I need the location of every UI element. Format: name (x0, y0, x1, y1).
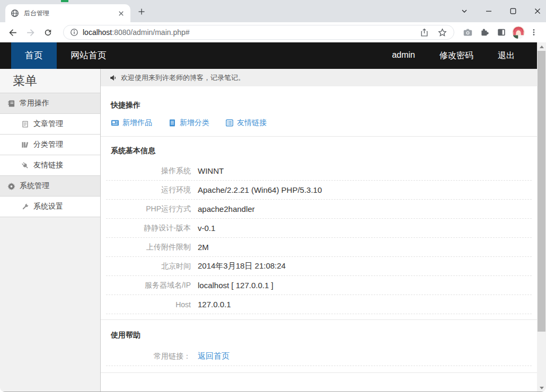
section-divider (101, 372, 537, 373)
sidebar-menu: 菜单 常用操作 文章管理 分类管理 (0, 69, 101, 392)
help-table: 常用链接： 返回首页 (101, 347, 537, 366)
scrollbar-up-arrow-icon[interactable] (537, 42, 546, 51)
main-content: 欢迎使用来到许老师的博客，记录笔记。 快捷操作 新增作品 新增分类 (101, 69, 537, 392)
info-label: 操作系统 (106, 166, 191, 176)
sidebar-item-article-management[interactable]: 文章管理 (0, 114, 100, 135)
sidebar-item-category-management[interactable]: 分类管理 (0, 135, 100, 155)
page-viewport: 首页 网站首页 admin 修改密码 退出 菜单 常用操作 (0, 42, 546, 392)
close-window-icon[interactable] (533, 6, 542, 16)
site-info-icon[interactable] (70, 28, 78, 37)
sidebar-item-friendly-links[interactable]: 友情链接 (0, 155, 100, 176)
info-label: 运行环境 (106, 185, 191, 195)
quick-operations-title: 快捷操作 (101, 101, 537, 110)
address-bar[interactable]: localhost:8080/admin/main.php# (63, 25, 454, 40)
sidebar-item-system-settings[interactable]: 系统设置 (0, 197, 100, 217)
forward-icon[interactable] (24, 26, 37, 39)
window-menu-chevron-icon[interactable] (460, 6, 469, 16)
gear-icon (7, 182, 15, 190)
back-icon[interactable] (6, 26, 19, 39)
info-label: PHP运行方式 (106, 204, 191, 214)
sidebar-item-system-management[interactable]: 系统管理 (0, 176, 100, 197)
quick-link-label: 友情链接 (237, 118, 267, 128)
info-value: WINNT (198, 166, 224, 175)
url-text: localhost:8080/admin/main.php# (83, 28, 190, 37)
scrollbar-thumb[interactable] (538, 51, 545, 332)
quick-link-label: 新增作品 (122, 118, 152, 128)
topnav-change-password[interactable]: 修改密码 (439, 50, 473, 61)
info-label: 服务器域名/IP (106, 281, 191, 290)
info-row-environment: 运行环境 Apache/2.2.21 (Win64) PHP/5.3.10 (106, 181, 532, 200)
sidebar-item-label: 友情链接 (33, 161, 63, 170)
topnav-item-home[interactable]: 首页 (11, 42, 57, 69)
welcome-text: 欢迎使用来到许老师的博客，记录笔记。 (121, 73, 245, 83)
file-icon (168, 119, 177, 127)
topnav-logout[interactable]: 退出 (498, 50, 515, 61)
sidebar-item-common-operations[interactable]: 常用操作 (0, 93, 100, 114)
quick-link-friendly-links[interactable]: 友情链接 (225, 118, 267, 128)
back-to-home-link[interactable]: 返回首页 (198, 351, 230, 361)
bookmark-star-icon[interactable] (437, 27, 447, 38)
refresh-icon[interactable] (41, 26, 54, 39)
info-value: v-0.1 (198, 224, 215, 233)
speaker-icon (110, 74, 117, 82)
quick-links-row: 新增作品 新增分类 友情链接 (101, 118, 537, 128)
info-label: Host (106, 300, 191, 309)
recording-indicator (61, 0, 68, 2)
info-row-os: 操作系统 WINNT (106, 162, 532, 181)
quick-link-label: 新增分类 (180, 118, 209, 128)
info-label: 上传附件限制 (106, 243, 191, 252)
info-label: 静静设计-版本 (106, 224, 191, 233)
profile-avatar[interactable] (512, 26, 525, 39)
sidebar-item-label: 系统管理 (20, 181, 49, 191)
binder-icon (7, 100, 15, 108)
quick-link-add-work[interactable]: 新增作品 (111, 118, 152, 128)
maximize-icon[interactable] (508, 6, 518, 16)
info-row-php-mode: PHP运行方式 apache2handler (106, 200, 532, 219)
browser-toolbar: localhost:8080/admin/main.php# (0, 22, 546, 42)
extensions-puzzle-icon[interactable] (478, 26, 491, 39)
sidebar-item-label: 文章管理 (33, 119, 63, 129)
info-row-version: 静静设计-版本 v-0.1 (106, 219, 532, 238)
welcome-bar: 欢迎使用来到许老师的博客，记录笔记。 (101, 69, 537, 86)
topnav-username[interactable]: admin (392, 50, 415, 61)
sidebar-item-label: 分类管理 (33, 140, 63, 149)
info-row-host: Host 127.0.0.1 (106, 295, 532, 314)
info-value: apache2handler (198, 204, 255, 213)
info-value: 2M (198, 243, 209, 252)
topnav-item-site-home[interactable]: 网站首页 (57, 42, 120, 69)
browser-titlebar: 后台管理 (0, 0, 546, 22)
info-value: localhost [ 127.0.0.1 ] (198, 281, 274, 290)
info-value: 127.0.0.1 (198, 300, 231, 309)
system-info-table: 操作系统 WINNT 运行环境 Apache/2.2.21 (Win64) PH… (101, 162, 537, 314)
newspaper-icon (111, 119, 119, 127)
books-icon (21, 141, 29, 149)
page-scrollbar[interactable] (537, 42, 546, 392)
camera-extension-icon[interactable] (461, 26, 474, 39)
browser-menu-kebab-icon[interactable] (529, 26, 539, 39)
browser-tab[interactable]: 后台管理 (5, 4, 130, 22)
tab-title: 后台管理 (24, 9, 117, 18)
section-divider (101, 319, 537, 320)
info-row-server-domain: 服务器域名/IP localhost [ 127.0.0.1 ] (106, 276, 532, 295)
form-icon (225, 119, 234, 127)
info-row-upload-limit: 上传附件限制 2M (106, 238, 532, 257)
browser-window: 后台管理 (0, 0, 546, 392)
share-icon[interactable] (419, 27, 429, 38)
globe-favicon-icon (11, 9, 19, 17)
scrollbar-down-arrow-icon[interactable] (537, 384, 546, 392)
section-divider (101, 136, 537, 137)
minimize-icon[interactable] (484, 6, 494, 16)
info-row-beijing-time: 北京时间 2014年3月18日 21:08:24 (106, 257, 532, 276)
quick-link-add-category[interactable]: 新增分类 (168, 118, 209, 128)
sidebar-item-label: 系统设置 (33, 202, 63, 211)
info-value: 2014年3月18日 21:08:24 (198, 261, 286, 271)
system-info-title: 系统基本信息 (101, 146, 537, 156)
document-icon (21, 120, 29, 128)
sidebar-title: 菜单 (0, 69, 100, 93)
help-title: 使用帮助 (101, 331, 537, 340)
info-label: 常用链接： (106, 352, 191, 361)
side-panel-icon[interactable] (495, 26, 508, 39)
tab-close-icon[interactable] (117, 10, 125, 17)
new-tab-icon[interactable] (137, 7, 146, 16)
help-row-common-links: 常用链接： 返回首页 (106, 347, 532, 366)
